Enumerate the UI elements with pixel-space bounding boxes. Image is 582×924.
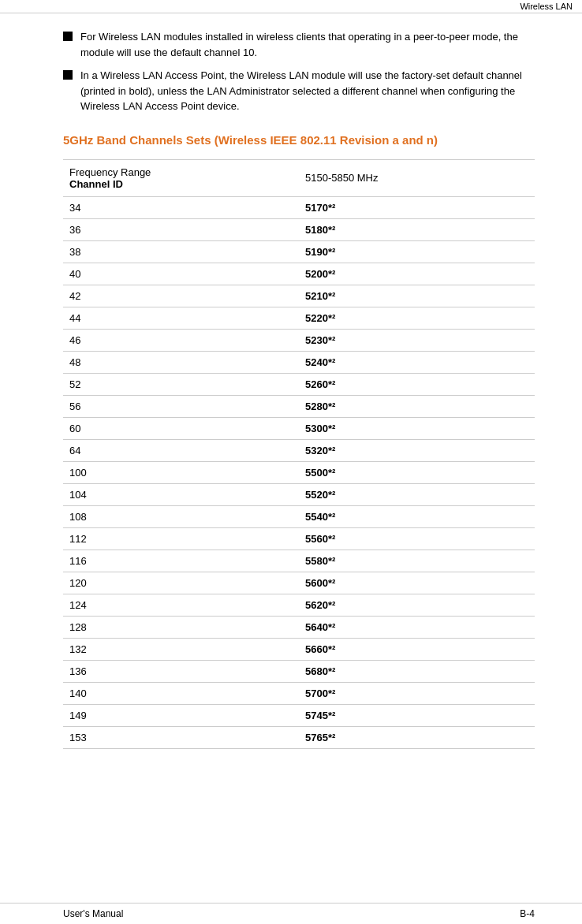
channel-id-cell: 44 <box>63 307 299 329</box>
channel-id-cell: 104 <box>63 483 299 505</box>
channel-id-cell: 34 <box>63 196 299 218</box>
freq-value-cell: 5320*² <box>299 439 535 461</box>
table-row: 1165580*² <box>63 550 535 572</box>
channel-id-cell: 140 <box>63 682 299 704</box>
channel-id-cell: 64 <box>63 439 299 461</box>
channel-id-cell: 36 <box>63 218 299 240</box>
table-row: 385190*² <box>63 240 535 263</box>
channel-id-cell: 108 <box>63 505 299 527</box>
channel-id-cell: 42 <box>63 285 299 307</box>
freq-value-cell: 5190*² <box>299 240 535 263</box>
table-row: 405200*² <box>63 263 535 285</box>
channel-id-cell: 149 <box>63 704 299 726</box>
table-row: 1405700*² <box>63 682 535 704</box>
table-body: 345170*²365180*²385190*²405200*²425210*²… <box>63 196 535 748</box>
list-item: In a Wireless LAN Access Point, the Wire… <box>63 68 535 114</box>
channel-id-label: Channel ID <box>69 178 123 190</box>
freq-value-cell: 5560*² <box>299 527 535 550</box>
channel-id-cell: 120 <box>63 572 299 594</box>
channel-id-cell: 136 <box>63 660 299 682</box>
bullet-list: For Wireless LAN modules installed in wi… <box>63 29 535 114</box>
channel-id-cell: 46 <box>63 329 299 351</box>
table-row: 1005500*² <box>63 461 535 483</box>
bullet-icon <box>63 70 73 80</box>
channel-id-cell: 116 <box>63 550 299 572</box>
table-row: 605300*² <box>63 417 535 439</box>
bullet-icon <box>63 32 73 41</box>
bullet-text-2: In a Wireless LAN Access Point, the Wire… <box>80 68 535 114</box>
freq-value-cell: 5170*² <box>299 196 535 218</box>
section-heading: 5GHz Band Channels Sets (Wireless IEEE 8… <box>63 133 535 147</box>
table-row: 1285640*² <box>63 616 535 638</box>
freq-value-cell: 5580*² <box>299 550 535 572</box>
table-header-row: Frequency Range Channel ID 5150-5850 MHz <box>63 159 535 196</box>
table-row: 525260*² <box>63 373 535 395</box>
channel-id-cell: 132 <box>63 638 299 660</box>
freq-value-cell: 5600*² <box>299 572 535 594</box>
table-row: 1205600*² <box>63 572 535 594</box>
channel-id-cell: 56 <box>63 395 299 417</box>
freq-value-cell: 5230*² <box>299 329 535 351</box>
channel-id-cell: 52 <box>63 373 299 395</box>
freq-value-cell: 5200*² <box>299 263 535 285</box>
freq-value-cell: 5260*² <box>299 373 535 395</box>
table-row: 445220*² <box>63 307 535 329</box>
freq-value-cell: 5620*² <box>299 594 535 616</box>
freq-value-cell: 5300*² <box>299 417 535 439</box>
table-row: 1085540*² <box>63 505 535 527</box>
footer-right: B-4 <box>520 908 535 919</box>
table-row: 1495745*² <box>63 704 535 726</box>
table-row: 345170*² <box>63 196 535 218</box>
top-bar: Wireless LAN <box>0 0 582 13</box>
table-row: 365180*² <box>63 218 535 240</box>
freq-value-cell: 5180*² <box>299 218 535 240</box>
freq-value-cell: 5500*² <box>299 461 535 483</box>
channel-id-cell: 124 <box>63 594 299 616</box>
freq-value-cell: 5520*² <box>299 483 535 505</box>
table-row: 465230*² <box>63 329 535 351</box>
bottom-bar: User's Manual B-4 <box>0 903 582 924</box>
table-row: 645320*² <box>63 439 535 461</box>
freq-value-cell: 5540*² <box>299 505 535 527</box>
table-row: 1045520*² <box>63 483 535 505</box>
col-channel-header: Frequency Range Channel ID <box>63 159 299 196</box>
channel-id-cell: 48 <box>63 351 299 373</box>
table-row: 425210*² <box>63 285 535 307</box>
channel-id-cell: 128 <box>63 616 299 638</box>
channel-id-cell: 60 <box>63 417 299 439</box>
channel-table: Frequency Range Channel ID 5150-5850 MHz… <box>63 159 535 749</box>
freq-value-cell: 5640*² <box>299 616 535 638</box>
freq-range-label: Frequency Range <box>69 166 151 178</box>
page-content: For Wireless LAN modules installed in wi… <box>0 13 582 781</box>
freq-value-cell: 5220*² <box>299 307 535 329</box>
freq-value-cell: 5280*² <box>299 395 535 417</box>
table-row: 485240*² <box>63 351 535 373</box>
freq-value-cell: 5700*² <box>299 682 535 704</box>
footer-left: User's Manual <box>63 908 123 919</box>
table-row: 1365680*² <box>63 660 535 682</box>
table-row: 1325660*² <box>63 638 535 660</box>
table-row: 1245620*² <box>63 594 535 616</box>
page-header-title: Wireless LAN <box>520 2 573 11</box>
col-freq-header: 5150-5850 MHz <box>299 159 535 196</box>
channel-id-cell: 153 <box>63 726 299 748</box>
channel-id-cell: 100 <box>63 461 299 483</box>
channel-id-cell: 112 <box>63 527 299 550</box>
freq-value-cell: 5680*² <box>299 660 535 682</box>
list-item: For Wireless LAN modules installed in wi… <box>63 29 535 60</box>
freq-value-cell: 5210*² <box>299 285 535 307</box>
freq-value-cell: 5240*² <box>299 351 535 373</box>
freq-value-cell: 5745*² <box>299 704 535 726</box>
bullet-text-1: For Wireless LAN modules installed in wi… <box>80 29 535 60</box>
channel-id-cell: 38 <box>63 240 299 263</box>
table-row: 1535765*² <box>63 726 535 748</box>
freq-value-cell: 5765*² <box>299 726 535 748</box>
freq-value-cell: 5660*² <box>299 638 535 660</box>
channel-id-cell: 40 <box>63 263 299 285</box>
table-row: 565280*² <box>63 395 535 417</box>
table-row: 1125560*² <box>63 527 535 550</box>
